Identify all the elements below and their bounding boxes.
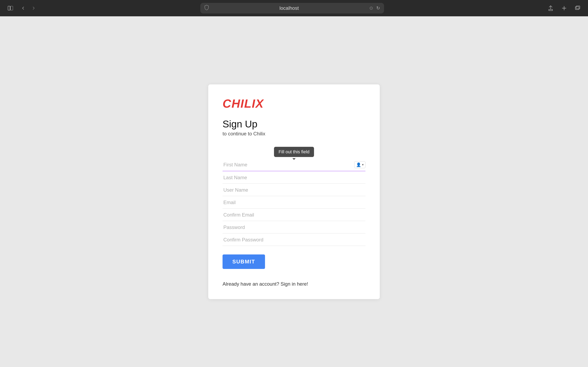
chevron-down-icon: ▾ <box>362 163 364 167</box>
address-text: localhost <box>212 5 366 11</box>
password-field-row <box>223 221 365 234</box>
signup-form: 👤 ▾ SUBMIT <box>223 159 365 269</box>
tabs-button[interactable] <box>573 4 582 12</box>
person-icon: 👤 <box>356 162 361 167</box>
forward-button[interactable] <box>29 4 38 12</box>
address-bar[interactable]: localhost ⊙ ↻ <box>200 3 384 13</box>
confirm-email-field-row <box>223 209 365 221</box>
password-input[interactable] <box>223 221 365 233</box>
autofill-button[interactable]: 👤 ▾ <box>354 161 365 168</box>
email-input[interactable] <box>223 197 365 208</box>
last-name-input[interactable] <box>223 172 365 184</box>
tooltip-container: Fill out this field <box>223 147 365 157</box>
confirm-password-input[interactable] <box>223 234 365 246</box>
page-content: CHILIX Sign Up to continue to Chilix Fil… <box>0 16 588 367</box>
confirm-email-input[interactable] <box>223 209 365 221</box>
browser-chrome: localhost ⊙ ↻ <box>0 0 588 16</box>
fill-out-tooltip: Fill out this field <box>274 147 314 157</box>
first-name-field-wrap: 👤 ▾ <box>223 159 365 171</box>
first-name-input[interactable] <box>223 159 354 171</box>
svg-rect-3 <box>575 7 579 9</box>
media-icon: ⊙ <box>369 6 373 11</box>
app-logo: CHILIX <box>223 97 365 110</box>
shield-icon <box>204 5 209 11</box>
share-button[interactable] <box>546 4 555 12</box>
signup-card: CHILIX Sign Up to continue to Chilix Fil… <box>208 84 380 299</box>
new-tab-button[interactable] <box>560 4 568 12</box>
email-field-row <box>223 197 365 209</box>
svg-rect-0 <box>8 6 10 10</box>
last-name-field-row <box>223 172 365 184</box>
user-name-field-row <box>223 184 365 196</box>
sidebar-toggle-icon[interactable] <box>6 4 15 12</box>
page-subtitle: to continue to Chilix <box>223 131 365 137</box>
address-bar-wrap: localhost ⊙ ↻ <box>42 3 542 13</box>
svg-rect-1 <box>10 6 13 10</box>
confirm-password-field-row <box>223 234 365 246</box>
page-title: Sign Up <box>223 118 365 130</box>
browser-nav <box>19 4 38 12</box>
svg-rect-4 <box>576 6 580 9</box>
refresh-icon[interactable]: ↻ <box>376 6 380 11</box>
browser-right-icons <box>546 4 582 12</box>
user-name-input[interactable] <box>223 184 365 196</box>
sign-in-link[interactable]: Already have an account? Sign in here! <box>223 281 365 287</box>
submit-button[interactable]: SUBMIT <box>223 254 265 269</box>
back-button[interactable] <box>19 4 27 12</box>
